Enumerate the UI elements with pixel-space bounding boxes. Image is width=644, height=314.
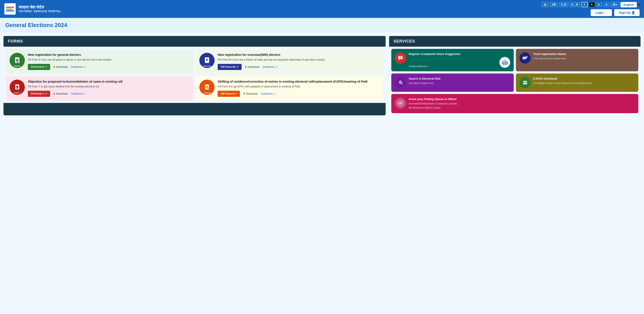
home-button[interactable]: 🏠 xyxy=(542,2,549,7)
download-form6a-link[interactable]: ⬇ Download xyxy=(245,65,259,69)
form7-actions: Fill Form 7 ↗ ⬇ Download Guidelines ↗ xyxy=(28,91,190,97)
form8-inner: Form 8 Shifting of residence/correction … xyxy=(199,80,380,97)
form8-desc: Fill Form 8 to get EPIC with updated or … xyxy=(218,85,380,89)
track-title: Track Application Status xyxy=(533,52,635,56)
form7-svg: - 👤 xyxy=(13,83,21,91)
polling-icon xyxy=(395,98,406,109)
portal-name-hindi: मतदाता सेवा पोर्टल xyxy=(19,5,61,10)
form6a-title: New registration for overseas(NRI) elect… xyxy=(218,53,380,57)
guidelines-form7-link[interactable]: Guidelines ↗ xyxy=(71,92,86,95)
electoral-roll-desc: Get elector details here. xyxy=(409,82,510,85)
forms-heading: FORMS xyxy=(4,36,386,47)
form7-desc: Fill Form 7 to get name deleted from the… xyxy=(28,85,190,89)
auth-row: Login → Sign-Up 👤 xyxy=(590,9,640,16)
a__b-button[interactable]: A__B xyxy=(570,2,580,7)
form6a-inner: + Form 6A New registration for overseas(… xyxy=(199,53,380,70)
track-card[interactable]: Track Application Status Track all your … xyxy=(516,49,638,71)
chatbot-area: Chatbot Manual ↗ 🤖 xyxy=(409,57,510,68)
a-minus-button[interactable]: A- xyxy=(596,3,602,7)
guidelines-form6-link[interactable]: Guidelines ↗ xyxy=(71,65,86,69)
login-button[interactable]: Login → xyxy=(590,9,612,16)
track-svg xyxy=(522,55,528,61)
form6a-card: + Form 6A New registration for overseas(… xyxy=(196,49,383,74)
services-grid: Register Complaint/ Share Suggestion Cha… xyxy=(389,47,640,115)
complaint-card[interactable]: Register Complaint/ Share Suggestion Cha… xyxy=(391,49,514,71)
epic-info: E-EPIC Download Get digital version of y… xyxy=(533,77,635,85)
download-form7-link[interactable]: ⬇ Download xyxy=(53,92,68,95)
svg-text:👤: 👤 xyxy=(16,61,18,63)
fill-form8-button[interactable]: Fill Form 8 ↗ xyxy=(218,91,240,97)
form6a-badge: Form 6A xyxy=(199,65,214,67)
logo-stripes xyxy=(5,6,15,13)
svg-point-30 xyxy=(398,101,403,106)
header-right: 🏠 AB A_B A__B A A A- A A+ English ▾ Logi… xyxy=(542,2,640,16)
language-button[interactable]: English xyxy=(620,2,637,8)
fill-form6-button[interactable]: Fill Form 6 ↗ xyxy=(28,64,50,70)
svg-text:+: + xyxy=(16,59,18,62)
form8-info: Shifting of residence/correction of entr… xyxy=(218,80,380,97)
header-title: मतदाता सेवा पोर्टल VOTERS' SERVICE PORTA… xyxy=(19,5,61,13)
complaint-title: Register Complaint/ Share Suggestion xyxy=(409,52,510,56)
svg-text:+: + xyxy=(206,59,208,61)
svg-text:👤: 👤 xyxy=(16,87,18,89)
form8-card: Form 8 Shifting of residence/correction … xyxy=(196,76,383,100)
svg-point-26 xyxy=(524,82,525,83)
form6-desc: Fill Form 6 if you are 18 years or above… xyxy=(28,58,190,62)
epic-desc: Get digital version of your Electoral Ph… xyxy=(533,82,635,85)
a-dark-button[interactable]: A xyxy=(589,2,595,7)
a-reset-button[interactable]: A xyxy=(604,2,609,7)
signup-button[interactable]: Sign-Up 👤 xyxy=(614,9,640,16)
form6a-desc: Fill Form 6A if you are a citizen of Ind… xyxy=(218,58,380,62)
polling-title: Know your Polling Station & Officer xyxy=(409,98,635,101)
epic-icon xyxy=(520,77,531,88)
electoral-roll-icon xyxy=(395,77,406,88)
a-b-button[interactable]: A_B xyxy=(559,2,568,7)
fill-form7-button[interactable]: Fill Form 7 ↗ xyxy=(28,91,50,97)
ab-button[interactable]: AB xyxy=(550,2,558,7)
svg-rect-16 xyxy=(398,56,402,59)
chevron-down-icon: ▾ xyxy=(638,3,640,6)
polling-card[interactable]: Know your Polling Station & Officer Asse… xyxy=(391,94,638,113)
form7-title: Objection for proposed inclusion/deletio… xyxy=(28,80,190,84)
form7-card: - 👤 Form 7 Objection for proposed inclus… xyxy=(6,76,193,100)
polling-desc1: Assembly/Parliamentary Constituency Deta… xyxy=(409,102,635,105)
form7-info: Objection for proposed inclusion/deletio… xyxy=(28,80,190,97)
download-form8-link[interactable]: ⬇ Download xyxy=(243,92,258,95)
epic-svg xyxy=(522,80,528,86)
form8-title: Shifting of residence/correction of entr… xyxy=(218,80,380,84)
forms-section: FORMS + 👤 Form 6 New registra xyxy=(4,36,386,115)
electoral-roll-card[interactable]: Search in Electoral Roll Get elector det… xyxy=(391,74,514,92)
form6-icon: + 👤 Form 6 xyxy=(10,53,25,68)
complaint-icon xyxy=(395,52,406,64)
form6a-actions: Fill Form 6A ↗ ⬇ Download Guidelines ↗ xyxy=(218,64,380,70)
download-form6-link[interactable]: ⬇ Download xyxy=(53,65,68,69)
logo-icon xyxy=(4,3,16,15)
forms-grid: + 👤 Form 6 New registration for general … xyxy=(4,47,386,103)
stripe-red xyxy=(6,7,14,8)
epic-card[interactable]: E-EPIC Download Get digital version of y… xyxy=(516,74,638,92)
form8-actions: Fill Form 8 ↗ ⬇ Download Guidelines ↗ xyxy=(218,91,380,97)
form6-svg: + 👤 xyxy=(13,57,21,64)
banner-title: General Elections 2024 xyxy=(5,22,639,29)
polling-svg xyxy=(397,100,404,107)
track-icon xyxy=(520,52,531,64)
form7-inner: - 👤 Form 7 Objection for proposed inclus… xyxy=(10,80,190,97)
services-heading: SERVICES xyxy=(389,36,640,47)
guidelines-form8-link[interactable]: Guidelines ↗ xyxy=(260,92,276,95)
a-plain-button[interactable]: A xyxy=(582,2,588,7)
chatbot-manual-link[interactable]: Chatbot Manual ↗ xyxy=(409,65,428,68)
a-plus-button[interactable]: A+ xyxy=(611,2,619,8)
form6-actions: Fill Form 6 ↗ ⬇ Download Guidelines ↗ xyxy=(28,64,190,70)
stripe-blue xyxy=(6,10,14,11)
form6a-icon: + Form 6A xyxy=(199,53,214,68)
form6-badge: Form 6 xyxy=(10,65,25,67)
guidelines-form6a-link[interactable]: Guidelines ↗ xyxy=(262,65,278,69)
form8-svg xyxy=(203,83,211,91)
form8-icon: Form 8 xyxy=(199,80,214,95)
main-content: FORMS + 👤 Form 6 New registra xyxy=(0,33,644,119)
form8-badge: Form 8 xyxy=(199,92,214,94)
form7-badge: Form 7 xyxy=(10,92,25,94)
svg-line-22 xyxy=(401,83,402,84)
track-desc: Track all your form status here. xyxy=(533,57,635,60)
fill-form6a-button[interactable]: Fill Form 6A ↗ xyxy=(218,64,242,70)
